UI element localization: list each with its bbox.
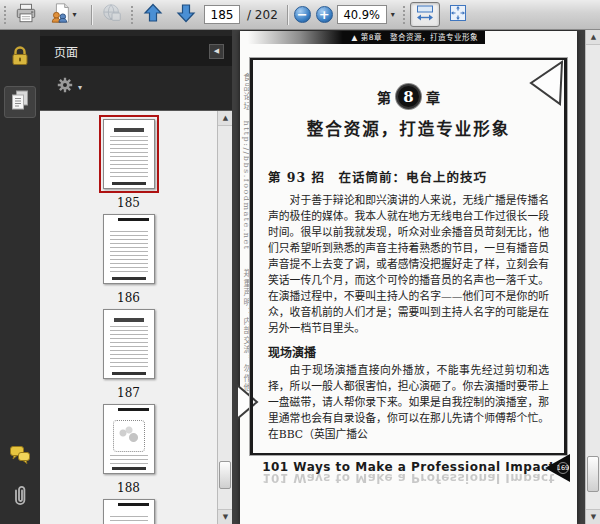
thumbnail-decoration [110, 136, 148, 179]
arrow-up-icon [143, 3, 163, 27]
globe-share-icon [101, 2, 123, 28]
share-document-button[interactable]: ▾ [44, 2, 86, 27]
thumbnail-list: 185 186 [40, 111, 217, 524]
pages-panel-button[interactable] [4, 86, 36, 118]
body-paragraph: 对于善于辩论和即兴演讲的人来说，无线广播是传播名声的极佳的媒体。我本人就在地方无… [268, 193, 549, 337]
collaborate-button-disabled [97, 2, 127, 27]
thumbnail-decoration [110, 231, 148, 274]
zoom-out-button[interactable]: − [294, 6, 311, 23]
scroll-down-icon[interactable]: ▼ [218, 509, 232, 524]
thumbnail-selection-border [99, 305, 159, 383]
zoom-in-button[interactable]: + [316, 6, 333, 23]
thumbnail-page-preview [103, 214, 155, 284]
share-document-icon [50, 2, 72, 28]
scroll-up-icon[interactable]: ▲ [586, 30, 600, 45]
plus-icon: + [319, 8, 330, 21]
document-scrollbar[interactable]: ▲ ▼ [585, 30, 600, 524]
thumbnail-page-preview [103, 119, 155, 189]
thumbnail-illustration [113, 420, 145, 452]
panel-title: 页面 [54, 43, 209, 60]
thumbnail-area: 185 186 [40, 110, 232, 524]
thumbnail-selection-border [99, 210, 159, 288]
thumbnail-label: 186 [117, 291, 140, 305]
security-lock-button[interactable] [4, 42, 36, 74]
full-screen-button[interactable] [443, 2, 473, 27]
thumbnail-item-188[interactable]: 188 [99, 400, 159, 495]
thumbnail-decoration [112, 467, 146, 470]
page-total-label: / 202 [243, 8, 282, 22]
thumbnail-decoration [114, 128, 144, 132]
options-dropdown-caret-icon[interactable]: ▾ [78, 83, 86, 92]
page-number-marker: 169 [545, 454, 571, 482]
chapter-heading: 第 8 章 [268, 84, 549, 109]
thumbnail-decoration [112, 372, 146, 375]
printer-icon [15, 2, 37, 28]
thumbnail-page-preview [103, 499, 155, 524]
thumbnail-item-185[interactable]: 185 [99, 115, 159, 210]
toolbar-grip[interactable] [402, 5, 407, 25]
page-header-banner: ▲ 第8章 整合资源，打造专业形象 [248, 31, 485, 44]
section-heading: 第 93 招 在话筒前：电台上的技巧 [268, 167, 549, 186]
comments-panel-button[interactable] [4, 440, 36, 472]
thumbnail-item-186[interactable]: 186 [99, 210, 159, 305]
thumbnail-decoration [112, 182, 146, 185]
thumbnail-label: 187 [117, 386, 140, 400]
thumbnail-item-187[interactable]: 187 [99, 305, 159, 400]
thumbnail-label: 188 [117, 481, 140, 495]
toolbar-grip[interactable] [130, 5, 135, 25]
collapse-panel-button[interactable]: ◀ [209, 44, 224, 59]
thumbnail-page-preview [103, 309, 155, 379]
arrow-down-icon [176, 3, 196, 27]
chapter-prefix: 第 [377, 87, 391, 107]
speech-bubbles-icon [8, 442, 32, 470]
zoom-dropdown-caret-icon[interactable]: ▾ [391, 10, 399, 19]
chapter-suffix: 章 [426, 87, 440, 107]
thumbnail-item-189[interactable]: 189 [99, 495, 159, 524]
scrolling-mode-button[interactable] [410, 2, 440, 27]
scroll-up-icon[interactable]: ▲ [218, 111, 232, 126]
previous-page-button[interactable] [138, 2, 168, 27]
sub-heading: 现场演播 [268, 343, 549, 360]
top-toolbar: ▾ / 202 − + 40.9% ▾ [0, 0, 600, 30]
thumbnail-decoration [110, 326, 148, 369]
attachments-panel-button[interactable] [4, 482, 36, 514]
zoom-level-value[interactable]: 40.9% [337, 5, 387, 24]
thumbnail-decoration [118, 503, 149, 506]
sidebar-scrollbar-thumb[interactable] [219, 461, 231, 489]
document-canvas[interactable]: ▲ 第8章 整合资源，打造专业形象 食品论坛 http://bbs.foodma… [232, 30, 585, 524]
toolbar-grip[interactable] [3, 5, 8, 25]
toolbar-separator [91, 5, 92, 25]
navigation-rail [0, 30, 40, 524]
body-paragraph: 由于现场演播直接向外播放，不能事先经过剪切和选择，所以一般人都很害怕，担心演砸了… [268, 363, 549, 443]
document-scrollbar-thumb[interactable] [587, 456, 599, 492]
panel-toolbar: ▾ [40, 66, 232, 108]
lock-icon [8, 44, 32, 72]
thumbnail-page-preview [103, 404, 155, 474]
page-border-frame: 第 8 章 整合资源，打造专业形象 第 93 招 在话筒前：电台上的技巧 对于善… [250, 58, 567, 455]
document-page: ▲ 第8章 整合资源，打造专业形象 食品论坛 http://bbs.foodma… [240, 31, 577, 524]
page-number-label: 169 [557, 462, 569, 474]
toolbar-separator [287, 5, 288, 25]
options-gear-icon[interactable] [56, 76, 74, 98]
fit-width-icon [415, 3, 435, 27]
page-footer: 101 Ways to Make a Professional Impact 1… [240, 460, 577, 485]
thumbnail-label: 185 [117, 196, 140, 210]
thumbnail-decoration [114, 318, 144, 322]
page-number-input[interactable] [204, 5, 240, 24]
thumbnail-selection-border [99, 495, 159, 524]
paperclip-icon [8, 484, 32, 512]
expand-arrows-icon [448, 3, 468, 27]
minus-icon: − [297, 8, 308, 21]
next-page-button[interactable] [171, 2, 201, 27]
print-button[interactable] [11, 2, 41, 27]
share-dropdown-caret-icon[interactable]: ▾ [73, 10, 81, 19]
zoom-level-text: 40.9% [343, 8, 380, 22]
chapter-number-badge: 8 [396, 84, 421, 109]
scroll-down-icon[interactable]: ▼ [586, 509, 600, 524]
thumbnail-selection-border [99, 400, 159, 478]
thumbnail-decoration [110, 516, 148, 524]
pages-icon [8, 88, 32, 116]
sidebar-scrollbar[interactable]: ▲ ▼ [217, 111, 232, 524]
thumbnail-selection-border [99, 115, 159, 193]
thumbnail-decoration [118, 218, 149, 221]
